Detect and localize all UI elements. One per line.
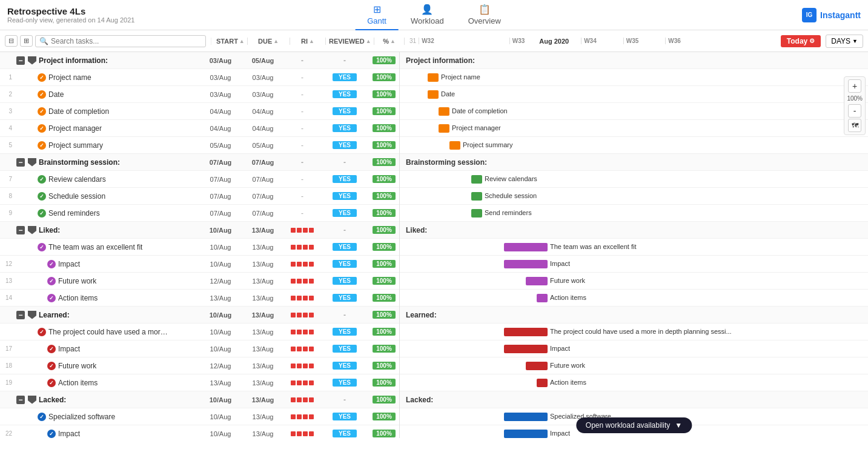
gantt-bar bbox=[526, 362, 548, 370]
task-check-icon: ✓ bbox=[47, 362, 56, 370]
percent-cell: 100% bbox=[369, 277, 399, 285]
col-header-ri[interactable]: RI▲ bbox=[290, 38, 326, 45]
collapse-all-button[interactable]: ⊟ bbox=[5, 35, 18, 47]
table-row: 7✓Review calendars07/Aug07/Aug-YES100% bbox=[0, 171, 399, 188]
reviewed-cell: YES bbox=[320, 124, 369, 132]
tab-workload[interactable]: 👤 Workload bbox=[399, 0, 456, 30]
yes-badge: YES bbox=[333, 209, 357, 217]
start-date: 07/Aug bbox=[199, 193, 242, 200]
minus-icon[interactable]: − bbox=[16, 56, 25, 65]
row-number: 8 bbox=[0, 193, 15, 199]
ri-dot bbox=[297, 414, 302, 419]
task-name-cell: ✓Impact bbox=[27, 345, 199, 353]
tab-gantt[interactable]: ⊞ Gantt bbox=[355, 0, 399, 30]
tab-overview[interactable]: 📋 Overview bbox=[456, 0, 513, 30]
today-label: Today bbox=[787, 37, 807, 45]
task-name-cell: ✓The team was an excellent fit bbox=[27, 243, 199, 251]
task-label: Review calendars bbox=[48, 175, 106, 184]
gantt-panel: Project information:Project nameDateDate… bbox=[400, 52, 868, 438]
ri-dot bbox=[309, 364, 314, 368]
open-workload-button[interactable]: Open workload availability ▼ bbox=[576, 417, 692, 433]
collapse-button[interactable]: − bbox=[15, 396, 27, 404]
section-label: Learned: bbox=[39, 311, 70, 319]
table-row: 12✓Impact10/Aug13/AugYES100% bbox=[0, 256, 399, 273]
ri-dot bbox=[309, 414, 314, 419]
start-date: 03/Aug bbox=[199, 57, 242, 64]
collapse-button[interactable]: − bbox=[15, 226, 27, 234]
col-header-due[interactable]: DUE▲ bbox=[248, 38, 290, 45]
task-name-cell: ✓Future work bbox=[27, 277, 199, 285]
minus-icon[interactable]: − bbox=[16, 311, 25, 319]
task-check-icon: ✓ bbox=[47, 294, 56, 302]
due-date: 13/Aug bbox=[242, 294, 284, 302]
gantt-row: Future work bbox=[400, 357, 868, 374]
percent-cell: 100% bbox=[369, 243, 399, 251]
table-row: −Lacked:10/Aug13/Aug-100% bbox=[0, 391, 399, 408]
collapse-button[interactable]: − bbox=[15, 56, 27, 65]
minus-icon[interactable]: − bbox=[16, 158, 25, 167]
gantt-bar-label: Project summary bbox=[463, 141, 513, 148]
today-icon: ⚙ bbox=[809, 38, 815, 44]
ri-dot bbox=[297, 397, 302, 402]
task-label: Send reminders bbox=[48, 209, 100, 218]
zoom-in-button[interactable]: + bbox=[848, 79, 861, 93]
gantt-section-label: Project information: bbox=[400, 56, 475, 65]
row-number: 14 bbox=[0, 294, 15, 301]
minus-icon[interactable]: − bbox=[16, 226, 25, 234]
collapse-button[interactable]: − bbox=[15, 311, 27, 319]
ri-dot bbox=[297, 262, 302, 267]
due-date: 13/Aug bbox=[242, 345, 284, 353]
task-name-cell: ✓Impact bbox=[27, 430, 199, 438]
ri-cell bbox=[284, 414, 320, 419]
percent-cell: 100% bbox=[369, 260, 399, 268]
ri-cell bbox=[284, 431, 320, 436]
percent-cell: 100% bbox=[369, 90, 399, 98]
col-header-start[interactable]: START▲ bbox=[211, 38, 248, 45]
reviewed-cell: YES bbox=[320, 90, 369, 98]
col-header-pct[interactable]: %▲ bbox=[374, 38, 405, 45]
search-input[interactable] bbox=[51, 37, 202, 45]
minus-icon[interactable]: − bbox=[16, 396, 25, 404]
task-check-icon: ✓ bbox=[38, 209, 46, 218]
ri-cell bbox=[284, 330, 320, 334]
task-check-icon: ✓ bbox=[47, 345, 56, 353]
search-box: 🔍 bbox=[35, 35, 206, 47]
gantt-bar bbox=[471, 192, 482, 201]
gantt-bar bbox=[537, 294, 548, 302]
percent-badge: 100% bbox=[373, 311, 396, 319]
days-button[interactable]: DAYS ▼ bbox=[826, 35, 863, 48]
zoom-out-button[interactable]: - bbox=[848, 104, 861, 118]
ri-dot bbox=[309, 431, 314, 436]
reviewed-cell: YES bbox=[320, 260, 369, 268]
gantt-row: Schedule session bbox=[400, 188, 868, 205]
collapse-button[interactable]: − bbox=[15, 158, 27, 167]
percent-cell: 100% bbox=[369, 209, 399, 217]
ri-dot bbox=[297, 279, 302, 284]
yes-badge: YES bbox=[333, 192, 357, 200]
zoom-controls: + 100% - 🗺 bbox=[844, 76, 866, 135]
table-row: −Brainstorming session:07/Aug07/Aug--100… bbox=[0, 154, 399, 171]
ri-dot bbox=[303, 347, 308, 351]
due-date: 07/Aug bbox=[242, 159, 284, 166]
ri-dot bbox=[291, 262, 296, 267]
map-button[interactable]: 🗺 bbox=[848, 119, 861, 132]
today-button[interactable]: Today ⚙ bbox=[781, 35, 821, 47]
gantt-bar bbox=[537, 379, 548, 387]
start-date: 05/Aug bbox=[199, 142, 242, 149]
percent-cell: 100% bbox=[369, 73, 399, 81]
percent-badge: 100% bbox=[373, 73, 396, 81]
percent-cell: 100% bbox=[369, 362, 399, 370]
expand-all-button[interactable]: ⊞ bbox=[20, 35, 33, 47]
gantt-row: Review calendars bbox=[400, 171, 868, 188]
row-number: 22 bbox=[0, 430, 15, 437]
due-date: 05/Aug bbox=[242, 57, 284, 64]
start-date: 10/Aug bbox=[199, 311, 242, 319]
gantt-section-label: Brainstorming session: bbox=[400, 158, 487, 167]
section-flag-icon bbox=[28, 158, 36, 167]
reviewed-cell: - bbox=[320, 311, 369, 319]
task-name-cell: Brainstorming session: bbox=[27, 158, 199, 167]
col-header-reviewed[interactable]: REVIEWED▲ bbox=[326, 38, 374, 45]
start-date: 10/Aug bbox=[199, 430, 242, 437]
gantt-bar bbox=[471, 209, 482, 218]
ri-dot bbox=[303, 380, 308, 385]
